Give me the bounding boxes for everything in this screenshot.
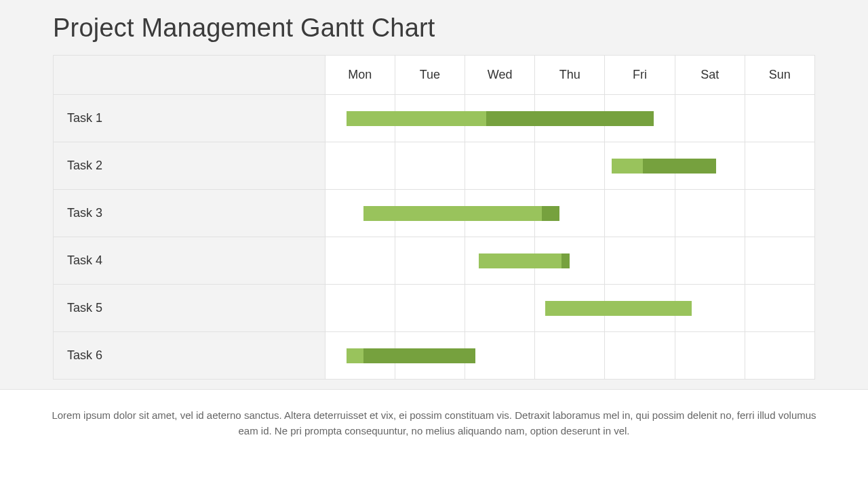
gantt-cell [675, 237, 745, 285]
gantt-cell [325, 332, 395, 380]
gantt-bar-segment-dark [561, 253, 570, 268]
gantt-task-name: Task 6 [54, 332, 326, 380]
gantt-header-empty [54, 56, 326, 95]
gantt-cell [395, 142, 465, 190]
gantt-bar [347, 111, 654, 126]
gantt-bar-segment-light [479, 253, 561, 268]
gantt-cell [395, 285, 465, 332]
gantt-bar-segment-dark [542, 206, 559, 221]
gantt-header-day: Mon [325, 56, 395, 95]
gantt-cell [605, 190, 675, 237]
table-row: Task 2 [54, 142, 815, 190]
gantt-cell [535, 142, 605, 190]
table-row: Task 3 [54, 190, 815, 237]
gantt-cell [465, 285, 535, 332]
table-row: Task 1 [54, 95, 815, 142]
gantt-bar-segment-light [612, 159, 643, 174]
gantt-bar-segment-dark [643, 159, 716, 174]
gantt-task-name: Task 2 [54, 142, 326, 190]
gantt-cell [605, 332, 675, 380]
gantt-header-day: Wed [465, 56, 535, 95]
gantt-bar [479, 253, 570, 268]
gantt-bar [545, 301, 692, 316]
gantt-cell [745, 332, 814, 380]
gantt-cell [325, 285, 395, 332]
gantt-header-day: Sun [745, 56, 814, 95]
gantt-cell [675, 332, 745, 380]
table-row: Task 5 [54, 285, 815, 332]
gantt-task-name: Task 5 [54, 285, 326, 332]
gantt-chart: Mon Tue Wed Thu Fri Sat Sun Task 1Task 2… [53, 55, 815, 380]
gantt-bar-segment-light [545, 301, 692, 316]
gantt-header-day: Sat [675, 56, 745, 95]
gantt-cell [465, 142, 535, 190]
gantt-cell [605, 237, 675, 285]
gantt-cell [745, 285, 814, 332]
gantt-cell [745, 237, 814, 285]
gantt-cell [395, 237, 465, 285]
gantt-bar-segment-dark [363, 348, 475, 363]
gantt-bar [347, 348, 476, 363]
gantt-bar [612, 159, 717, 174]
gantt-bar-segment-light [347, 111, 486, 126]
table-row: Task 6 [54, 332, 815, 380]
gantt-task-name: Task 1 [54, 95, 326, 142]
gantt-cell [535, 332, 605, 380]
gantt-cell [745, 95, 814, 142]
gantt-header-day: Thu [535, 56, 605, 95]
gantt-cell [325, 142, 395, 190]
gantt-bar [363, 206, 559, 221]
gantt-cell [745, 190, 814, 237]
gantt-cell [675, 95, 745, 142]
gantt-header-day: Fri [605, 56, 675, 95]
gantt-bar-segment-dark [486, 111, 654, 126]
gantt-bar-segment-light [363, 206, 542, 221]
table-row: Task 4 [54, 237, 815, 285]
gantt-cell [675, 190, 745, 237]
gantt-task-name: Task 3 [54, 190, 326, 237]
footer-text: Lorem ipsum dolor sit amet, vel id aeter… [0, 389, 868, 439]
gantt-cell [745, 142, 814, 190]
gantt-cell [325, 95, 395, 142]
page-title: Project Management Gantt Chart [53, 14, 815, 43]
gantt-task-name: Task 4 [54, 237, 326, 285]
gantt-cell [325, 237, 395, 285]
gantt-bar-segment-light [347, 348, 364, 363]
gantt-header-day: Tue [395, 56, 465, 95]
gantt-cell [325, 190, 395, 237]
